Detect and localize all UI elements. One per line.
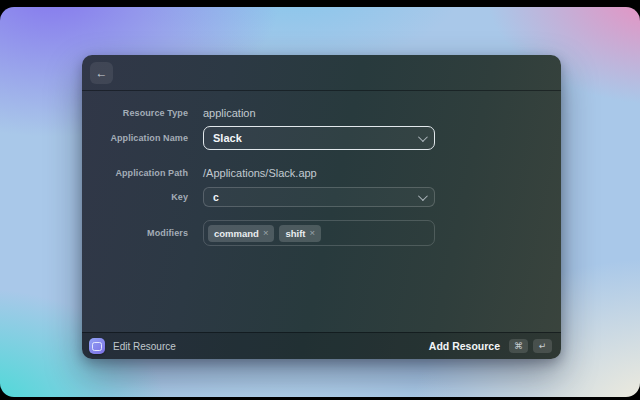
back-arrow-icon: ← [96, 62, 108, 84]
select-value: Slack [213, 132, 242, 144]
remove-icon[interactable]: × [310, 228, 316, 238]
resource-form: Resource Type application Application Na… [82, 91, 561, 246]
field-label: Resource Type [82, 108, 188, 118]
field-label: Application Name [82, 133, 188, 143]
form-row-resource-type: Resource Type application [82, 102, 561, 124]
window-footer: Edit Resource Add Resource ⌘ ↵ [82, 332, 561, 359]
field-label: Key [82, 192, 188, 202]
key-select[interactable]: c [203, 187, 435, 207]
desktop-background: ← Resource Type application Application … [0, 7, 640, 397]
form-row-modifiers: Modifiers command × shift × [82, 220, 561, 246]
application-name-select[interactable]: Slack [203, 126, 435, 150]
footer-mode-label: Edit Resource [113, 341, 176, 352]
chevron-down-icon [418, 132, 428, 142]
form-row-application-path: Application Path /Applications/Slack.app [82, 162, 561, 184]
select-value: c [213, 191, 219, 203]
modifier-chip-shift: shift × [279, 225, 321, 242]
chip-label: command [214, 228, 259, 239]
modifier-chip-command: command × [208, 225, 274, 242]
edit-resource-window: ← Resource Type application Application … [82, 55, 561, 359]
keycap-glyph-icon [92, 342, 102, 351]
app-icon [89, 338, 105, 354]
field-label: Modifiers [82, 228, 188, 238]
chip-label: shift [285, 228, 305, 239]
chevron-down-icon [418, 191, 428, 201]
field-label: Application Path [82, 168, 188, 178]
add-resource-button[interactable]: Add Resource ⌘ ↵ [429, 339, 552, 353]
footer-status: Edit Resource [89, 338, 176, 354]
modifiers-input[interactable]: command × shift × [203, 220, 435, 246]
form-row-key: Key c [82, 186, 561, 208]
add-resource-label: Add Resource [429, 340, 500, 352]
remove-icon[interactable]: × [263, 228, 269, 238]
command-key-icon: ⌘ [509, 339, 528, 353]
application-path-value: /Applications/Slack.app [203, 167, 317, 179]
return-key-icon: ↵ [533, 339, 552, 353]
resource-type-value: application [203, 107, 256, 119]
window-header: ← [82, 55, 561, 91]
form-row-application-name: Application Name Slack [82, 126, 561, 150]
back-button[interactable]: ← [90, 62, 113, 84]
